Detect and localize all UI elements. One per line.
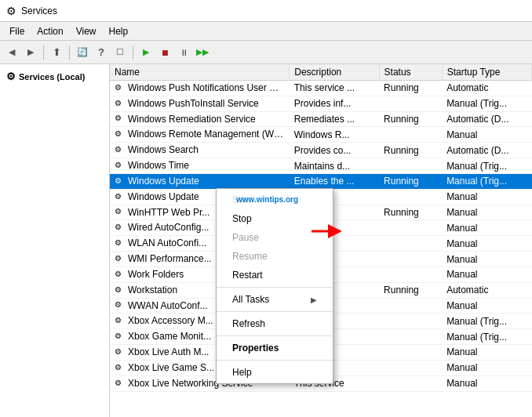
cell-service-name: ⚙Windows Search: [110, 143, 290, 158]
toolbar-sep2: [69, 45, 70, 60]
title-bar: ⚙ Services: [0, 0, 532, 22]
menu-bar: File Action View Help: [0, 22, 532, 41]
context-menu-separator: [217, 311, 333, 312]
cell-startup-type: Manual: [442, 298, 531, 314]
title-text: Services: [21, 5, 57, 16]
cell-status: [379, 220, 442, 236]
cell-status: [379, 298, 442, 314]
cell-status: [379, 252, 442, 267]
cell-status: [379, 96, 442, 111]
context-menu-separator: [217, 287, 333, 288]
cell-status: Running: [379, 111, 442, 127]
cell-startup-type: Manual (Trig...: [442, 158, 531, 174]
col-header-status[interactable]: Status: [379, 64, 442, 81]
cell-startup-type: Manual: [442, 127, 531, 143]
table-row[interactable]: ⚙Windows Remediation ServiceRemediates .…: [110, 111, 532, 127]
cell-status: Running: [379, 81, 442, 96]
cell-startup-type: Manual: [442, 189, 531, 205]
toolbar-restart[interactable]: ▶▶: [194, 44, 211, 61]
ctx-item-properties[interactable]: Properties: [217, 339, 333, 357]
ctx-item-pause: Pause: [217, 228, 333, 247]
cell-status: Running: [379, 282, 442, 298]
col-header-startup[interactable]: Startup Type: [442, 64, 531, 81]
ctx-item-start[interactable]: Start: [217, 190, 333, 209]
cell-startup-type: Manual (Trig...: [442, 329, 531, 345]
toolbar-start[interactable]: ▶: [137, 44, 155, 61]
submenu-arrow-icon: ▶: [311, 296, 317, 304]
cell-startup-type: Manual: [442, 236, 531, 252]
title-icon: ⚙: [6, 5, 16, 17]
cell-description: Remediates ...: [290, 111, 379, 127]
menu-help[interactable]: Help: [103, 24, 135, 38]
ctx-item-stop[interactable]: Stop: [217, 209, 333, 228]
cell-startup-type: Manual: [442, 205, 531, 220]
cell-status: Running: [379, 205, 442, 220]
ctx-item-refresh[interactable]: Refresh: [217, 314, 333, 333]
cell-startup-type: Manual: [442, 220, 531, 236]
toolbar: ◀ ▶ ⬆ 🔄 ? ☐ ▶ ⏹ ⏸ ▶▶: [0, 41, 532, 64]
cell-service-name: ⚙Windows PushToInstall Service: [110, 96, 290, 111]
cell-startup-type: Manual (Trig...: [442, 96, 531, 111]
cell-description: Provides inf...: [290, 96, 379, 111]
col-header-desc[interactable]: Description: [290, 64, 379, 81]
cell-service-name: ⚙Windows Time: [110, 158, 290, 174]
cell-startup-type: Manual: [442, 252, 531, 267]
cell-description: Maintains d...: [290, 158, 379, 174]
cell-service-name: ⚙Windows Remote Management (WS-...: [110, 127, 290, 143]
context-menu-separator: [217, 335, 333, 336]
sidebar-title: ⚙ Services (Local): [6, 71, 103, 82]
col-header-name[interactable]: Name: [110, 64, 290, 81]
sidebar: ⚙ Services (Local): [0, 64, 110, 417]
ctx-item-restart[interactable]: Restart: [217, 266, 333, 285]
cell-service-name: ⚙Windows Push Notifications User Ser...: [110, 81, 290, 96]
ctx-item-resume: Resume: [217, 247, 333, 266]
main-layout: ⚙ Services (Local) Name Description Stat…: [0, 64, 532, 417]
cell-startup-type: Manual: [442, 345, 531, 361]
cell-description: Provides co...: [290, 143, 379, 158]
cell-startup-type: Manual: [442, 267, 531, 282]
sidebar-icon: ⚙: [6, 71, 16, 82]
cell-startup-type: Manual (Trig...: [442, 314, 531, 329]
toolbar-forward[interactable]: ▶: [22, 44, 39, 61]
table-row[interactable]: ⚙Windows SearchProvides co...RunningAuto…: [110, 143, 532, 158]
cell-status: [379, 267, 442, 282]
toolbar-up[interactable]: ⬆: [48, 44, 65, 61]
cell-status: [379, 375, 442, 391]
table-row[interactable]: ⚙Windows PushToInstall ServiceProvides i…: [110, 96, 532, 111]
table-row[interactable]: ⚙Windows TimeMaintains d...Manual (Trig.…: [110, 158, 532, 174]
ctx-item-all-tasks[interactable]: All Tasks▶: [217, 290, 333, 309]
cell-status: Running: [379, 173, 442, 189]
toolbar-refresh[interactable]: 🔄: [74, 44, 91, 61]
cell-service-name: ⚙Windows Remediation Service: [110, 111, 290, 127]
cell-description: Enables the ...: [290, 173, 379, 189]
cell-status: [379, 127, 442, 143]
toolbar-list[interactable]: ☐: [111, 44, 129, 61]
table-row[interactable]: ⚙Windows Push Notifications User Ser...T…: [110, 81, 532, 96]
table-row[interactable]: ⚙Windows UpdateEnables the ...RunningMan…: [110, 173, 532, 189]
toolbar-pause[interactable]: ⏸: [175, 44, 192, 61]
ctx-item-help[interactable]: Help: [217, 363, 333, 382]
cell-startup-type: Automatic (D...: [442, 111, 531, 127]
toolbar-help[interactable]: ?: [93, 44, 110, 61]
menu-file[interactable]: File: [3, 24, 31, 38]
cell-status: [379, 314, 442, 329]
cell-status: [379, 189, 442, 205]
toolbar-stop[interactable]: ⏹: [156, 44, 173, 61]
table-row[interactable]: ⚙Windows Remote Management (WS-...Window…: [110, 127, 532, 143]
cell-status: Running: [379, 143, 442, 158]
toolbar-back[interactable]: ◀: [3, 44, 20, 61]
cell-service-name: ⚙Windows Update: [110, 173, 290, 189]
context-menu: StartStopPauseResumeRestartAll Tasks▶Ref…: [216, 188, 333, 384]
toolbar-sep3: [133, 45, 133, 60]
cell-description: Windows R...: [290, 127, 379, 143]
cell-description: This service ...: [290, 81, 379, 96]
cell-status: [379, 158, 442, 174]
toolbar-sep1: [43, 45, 44, 60]
context-menu-separator: [217, 360, 333, 361]
menu-action[interactable]: Action: [31, 24, 69, 38]
menu-view[interactable]: View: [70, 24, 103, 38]
cell-startup-type: Automatic (D...: [442, 143, 531, 158]
cell-status: [379, 345, 442, 361]
content-area: Name Description Status Startup Type ⚙Wi…: [110, 64, 532, 417]
cell-status: [379, 360, 442, 375]
